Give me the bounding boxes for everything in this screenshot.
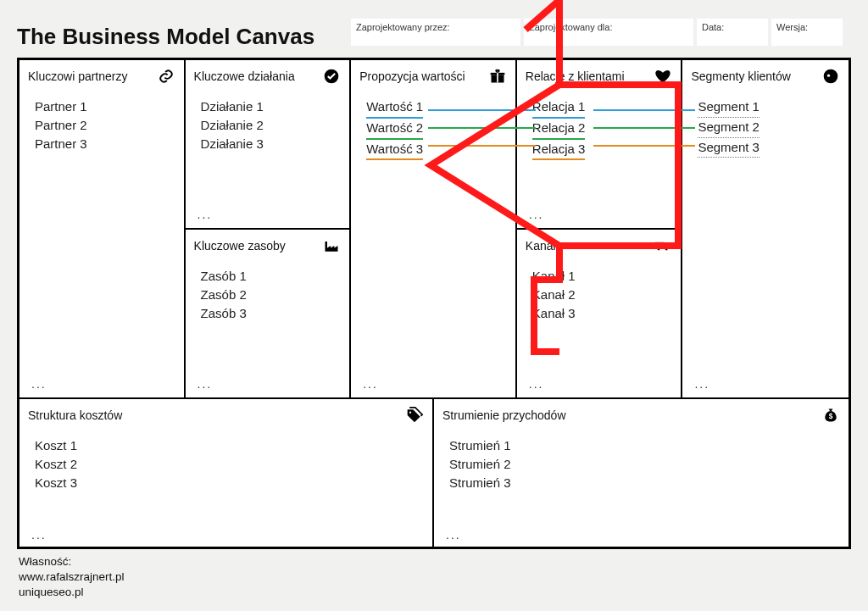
page-title: The Business Model Canvas <box>17 19 348 50</box>
svg-point-6 <box>658 248 660 251</box>
more-indicator: ... <box>198 208 213 221</box>
footer-owner-label: Własność: <box>19 554 125 569</box>
key-activities-title: Kluczowe działania <box>194 69 295 83</box>
block-revenue: Strumienie przychodów $ Strumień 1 Strum… <box>434 399 849 548</box>
gift-icon <box>488 67 507 86</box>
list-item: Strumień 1 <box>449 436 840 455</box>
block-value-prop: Propozycja wartości Wartość 1 Wartość 2 … <box>351 60 515 397</box>
list-item: Strumień 2 <box>449 455 840 474</box>
link-icon <box>157 67 175 86</box>
list-item: Koszt 2 <box>35 455 424 474</box>
list-item: Działanie 1 <box>201 97 342 116</box>
block-key-partners: Kluczowi partnerzy Partner 1 Partner 2 P… <box>19 60 184 397</box>
truck-icon <box>654 236 672 255</box>
more-indicator: ... <box>31 528 47 542</box>
relationships-title: Relacje z klientami <box>526 69 625 83</box>
revenue-title: Strumienie przychodów <box>442 408 566 422</box>
factory-icon <box>322 236 341 255</box>
list-item: Segment 1 <box>698 97 760 118</box>
list-item: Kanał 1 <box>532 267 673 286</box>
heart-icon <box>654 67 672 86</box>
list-item: Działanie 2 <box>201 116 342 135</box>
meta-designed-by: Zaprojektowany przez: <box>351 19 520 46</box>
block-channels: Kanały Kanał 1 Kanał 2 Kanał 3 ... <box>517 230 682 397</box>
list-item: Kanał 2 <box>532 286 673 304</box>
key-resources-title: Kluczowe zasoby <box>194 239 286 253</box>
bottom-grid: Struktura kosztów Koszt 1 Koszt 2 Koszt … <box>19 399 849 548</box>
meta-designed-for: Zaprojektowany dla: <box>524 19 693 46</box>
footer-line1: www.rafalszrajnert.pl <box>19 569 125 585</box>
block-relationships: Relacje z klientami Relacja 1 Relacja 2 … <box>517 60 682 228</box>
list-item: Wartość 1 <box>366 97 423 119</box>
list-item: Wartość 3 <box>366 140 423 161</box>
svg-rect-4 <box>497 73 498 83</box>
svg-point-7 <box>665 248 668 251</box>
check-circle-icon <box>322 67 341 86</box>
meta-date: Data: <box>697 19 768 46</box>
more-indicator: ... <box>694 377 709 391</box>
bmc-canvas: Kluczowi partnerzy Partner 1 Partner 2 P… <box>17 58 851 549</box>
block-costs: Struktura kosztów Koszt 1 Koszt 2 Koszt … <box>19 399 432 548</box>
svg-point-9 <box>827 75 830 77</box>
list-item: Relacja 3 <box>532 140 586 161</box>
costs-title: Struktura kosztów <box>28 408 122 422</box>
more-indicator: ... <box>446 528 461 542</box>
list-item: Koszt 3 <box>35 474 424 492</box>
channels-title: Kanały <box>526 239 562 253</box>
list-item: Działanie 3 <box>201 135 342 153</box>
block-key-activities: Kluczowe działania Działanie 1 Działanie… <box>186 60 350 228</box>
list-item: Koszt 1 <box>35 436 424 455</box>
list-item: Wartość 2 <box>366 119 423 140</box>
svg-point-10 <box>409 412 411 414</box>
meta-designed-by-label: Zaprojektowany przez: <box>356 22 450 32</box>
footer-line2: uniqueseo.pl <box>19 585 125 600</box>
col-value-prop: Propozycja wartości Wartość 1 Wartość 2 … <box>351 60 517 397</box>
meta-date-label: Data: <box>702 22 724 32</box>
more-indicator: ... <box>529 377 544 391</box>
header: The Business Model Canvas Zaprojektowany… <box>17 19 851 50</box>
more-indicator: ... <box>529 208 544 221</box>
more-indicator: ... <box>363 377 378 391</box>
moneybag-icon: $ <box>821 406 840 425</box>
value-prop-title: Propozycja wartości <box>359 69 465 83</box>
list-item: Zasób 3 <box>201 304 342 323</box>
list-item: Partner 3 <box>35 135 175 153</box>
list-item: Partner 2 <box>35 116 175 135</box>
col-key-partners: Kluczowi partnerzy Partner 1 Partner 2 P… <box>19 60 186 397</box>
list-item: Zasób 2 <box>201 286 342 304</box>
block-segments: Segmenty klientów Segment 1 Segment 2 Se… <box>682 60 849 397</box>
head-icon <box>821 67 840 86</box>
list-item: Relacja 1 <box>532 97 586 119</box>
col-relationships-channels: Relacje z klientami Relacja 1 Relacja 2 … <box>517 60 683 397</box>
list-item: Relacja 2 <box>532 119 586 140</box>
top-grid: Kluczowi partnerzy Partner 1 Partner 2 P… <box>19 60 849 399</box>
meta-version: Wersja: <box>771 19 843 46</box>
list-item: Zasób 1 <box>201 267 342 286</box>
segments-title: Segmenty klientów <box>691 69 791 83</box>
col-activities-resources: Kluczowe działania Działanie 1 Działanie… <box>186 60 352 397</box>
svg-rect-5 <box>655 242 665 248</box>
more-indicator: ... <box>198 377 213 391</box>
list-item: Segment 3 <box>698 138 760 158</box>
col-segments: Segmenty klientów Segment 1 Segment 2 Se… <box>682 60 849 397</box>
footer: Własność: www.rafalszrajnert.pl uniquese… <box>19 554 125 601</box>
svg-point-8 <box>824 69 838 84</box>
list-item: Strumień 3 <box>449 474 840 492</box>
meta-version-label: Wersja: <box>776 22 808 32</box>
tags-icon <box>405 406 424 425</box>
list-item: Partner 1 <box>35 97 175 116</box>
block-key-resources: Kluczowe zasoby Zasób 1 Zasób 2 Zasób 3 … <box>186 230 350 397</box>
list-item: Kanał 3 <box>532 304 673 323</box>
more-indicator: ... <box>31 377 47 391</box>
svg-text:$: $ <box>829 412 833 420</box>
list-item: Segment 2 <box>698 118 760 138</box>
meta-designed-for-label: Zaprojektowany dla: <box>529 22 612 32</box>
key-partners-title: Kluczowi partnerzy <box>28 69 128 83</box>
